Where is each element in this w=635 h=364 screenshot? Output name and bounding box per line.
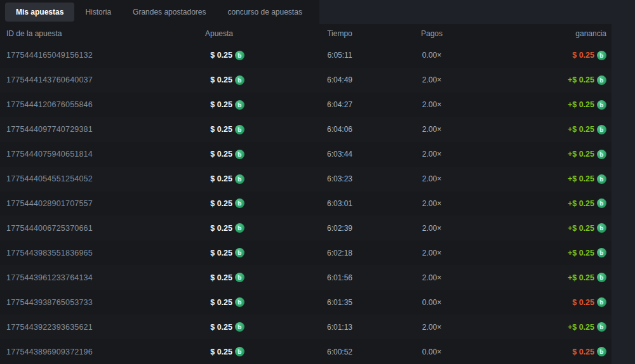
- bet-profit: +$ 0.25 b: [470, 100, 612, 110]
- table-row[interactable]: 1775444120676055846 $ 0.25 b 6:04:27 2.0…: [0, 93, 612, 117]
- bet-payout: 0.00×: [394, 348, 470, 356]
- bet-time: 6:01:13: [295, 323, 384, 332]
- bet-payout: 2.00×: [394, 249, 470, 257]
- column-header-payout: Pagos: [394, 29, 470, 38]
- bet-id: 1775443961233764134: [6, 273, 194, 282]
- bcd-coin-icon: b: [597, 75, 606, 85]
- column-header-profit: ganancia: [470, 29, 612, 38]
- bcd-coin-icon: b: [597, 198, 606, 208]
- bet-amount: $ 0.25 b: [194, 198, 244, 208]
- bet-time: 6:02:18: [295, 249, 384, 257]
- bet-profit: $ 0.25 b: [470, 347, 612, 356]
- bcd-coin-icon: b: [597, 248, 606, 257]
- bet-id: 1775444143760640037: [6, 75, 194, 84]
- table-row[interactable]: 1775443938765053733 $ 0.25 b 6:01:35 0.0…: [0, 290, 612, 315]
- bet-id: 1775443922393635621: [6, 323, 194, 332]
- bcd-coin-icon: b: [235, 198, 244, 208]
- bcd-coin-icon: b: [235, 125, 244, 134]
- tab-mis-apuestas[interactable]: Mis apuestas: [5, 3, 74, 22]
- bet-amount: $ 0.25 b: [194, 347, 244, 356]
- tab-historia[interactable]: Historia: [74, 3, 122, 22]
- bet-amount-value: $ 0.25: [210, 125, 232, 134]
- bcd-coin-icon: b: [597, 322, 606, 332]
- tab-grandes-apostadores[interactable]: Grandes apostadores: [122, 3, 217, 22]
- bet-amount: $ 0.25 b: [194, 125, 244, 134]
- bets-table: ID de la apuesta Apuesta Tiempo Pagos ga…: [0, 24, 612, 364]
- bet-payout: 2.00×: [394, 125, 470, 134]
- table-row[interactable]: 1775444097740729381 $ 0.25 b 6:04:06 2.0…: [0, 117, 612, 142]
- bet-profit: +$ 0.25 b: [470, 75, 612, 85]
- table-row[interactable]: 1775444165049156132 $ 0.25 b 6:05:11 0.0…: [0, 43, 612, 68]
- bet-id: 1775444165049156132: [6, 51, 194, 60]
- tabs-group: Mis apuestasHistoriaGrandes apostadoresc…: [0, 0, 319, 24]
- table-row[interactable]: 1775444075940651814 $ 0.25 b 6:03:44 2.0…: [0, 142, 612, 167]
- bet-id: 1775444097740729381: [6, 125, 194, 134]
- table-row[interactable]: 1775443983551836965 $ 0.25 b 6:02:18 2.0…: [0, 240, 612, 265]
- table-row[interactable]: 1775444028901707557 $ 0.25 b 6:03:01 2.0…: [0, 192, 612, 216]
- table-row[interactable]: 1775444006725370661 $ 0.25 b 6:02:39 2.0…: [0, 216, 612, 240]
- bet-profit-value: +$ 0.25: [568, 323, 594, 332]
- table-row[interactable]: 1775443922393635621 $ 0.25 b 6:01:13 2.0…: [0, 315, 612, 339]
- bcd-coin-icon: b: [597, 100, 606, 110]
- bet-profit-value: +$ 0.25: [568, 224, 594, 233]
- bet-id: 1775444120676055846: [6, 100, 194, 109]
- bet-id: 1775443938765053733: [6, 298, 194, 307]
- bet-profit: $ 0.25 b: [470, 51, 612, 60]
- table-row[interactable]: 1775444143760640037 $ 0.25 b 6:04:49 2.0…: [0, 68, 612, 93]
- bet-profit-value: $ 0.25: [572, 348, 594, 356]
- bet-profit: +$ 0.25 b: [470, 150, 612, 159]
- bet-profit: +$ 0.25 b: [470, 125, 612, 134]
- bet-profit-value: +$ 0.25: [568, 125, 594, 134]
- bet-amount-value: $ 0.25: [210, 298, 232, 307]
- bcd-coin-icon: b: [235, 223, 244, 233]
- bet-time: 6:04:27: [295, 100, 384, 109]
- bet-id: 1775444028901707557: [6, 199, 194, 208]
- column-header-time: Tiempo: [295, 29, 384, 38]
- bet-profit: $ 0.25 b: [470, 297, 612, 307]
- bet-amount: $ 0.25 b: [194, 100, 244, 110]
- bet-amount: $ 0.25 b: [194, 322, 244, 332]
- bet-payout: 2.00×: [394, 100, 470, 109]
- table-body: 1775444165049156132 $ 0.25 b 6:05:11 0.0…: [0, 43, 612, 364]
- table-row[interactable]: 1775443961233764134 $ 0.25 b 6:01:56 2.0…: [0, 265, 612, 290]
- bet-profit-value: +$ 0.25: [568, 75, 594, 84]
- bcd-coin-icon: b: [235, 297, 244, 307]
- table-row[interactable]: 1775443896909372196 $ 0.25 b 6:00:52 0.0…: [0, 339, 612, 364]
- bet-amount-value: $ 0.25: [210, 348, 232, 356]
- bet-amount-value: $ 0.25: [210, 249, 232, 257]
- bcd-coin-icon: b: [597, 125, 606, 134]
- bet-amount-value: $ 0.25: [210, 323, 232, 332]
- bet-id: 1775444075940651814: [6, 150, 194, 159]
- bet-amount-value: $ 0.25: [210, 224, 232, 233]
- bet-payout: 2.00×: [394, 224, 470, 233]
- tab-bar: Mis apuestasHistoriaGrandes apostadoresc…: [0, 0, 635, 24]
- bet-profit-value: +$ 0.25: [568, 150, 594, 159]
- bet-amount: $ 0.25 b: [194, 223, 244, 233]
- table-row[interactable]: 1775444054551254052 $ 0.25 b 6:03:23 2.0…: [0, 167, 612, 192]
- bet-time: 6:04:06: [295, 125, 384, 134]
- bet-time: 6:01:56: [295, 273, 384, 282]
- bet-time: 6:02:39: [295, 224, 384, 233]
- bet-profit-value: +$ 0.25: [568, 199, 594, 208]
- bet-payout: 2.00×: [394, 199, 470, 208]
- bcd-coin-icon: b: [235, 100, 244, 110]
- bet-time: 6:03:23: [295, 174, 384, 183]
- column-header-bet-id: ID de la apuesta: [6, 29, 194, 38]
- bet-amount-value: $ 0.25: [210, 150, 232, 159]
- bcd-coin-icon: b: [597, 223, 606, 233]
- bcd-coin-icon: b: [235, 150, 244, 159]
- bet-amount-value: $ 0.25: [210, 174, 232, 183]
- tab-concurso-de-apuestas[interactable]: concurso de apuestas: [217, 3, 312, 22]
- bet-amount-value: $ 0.25: [210, 100, 232, 109]
- bet-profit: +$ 0.25 b: [470, 273, 612, 282]
- bet-profit-value: +$ 0.25: [568, 273, 594, 282]
- bet-amount-value: $ 0.25: [210, 51, 232, 60]
- bet-amount-value: $ 0.25: [210, 199, 232, 208]
- bet-profit-value: $ 0.25: [572, 298, 594, 307]
- bet-profit: +$ 0.25 b: [470, 322, 612, 332]
- bcd-coin-icon: b: [597, 150, 606, 159]
- bet-id: 1775444006725370661: [6, 224, 194, 233]
- column-header-bet: Apuesta: [194, 29, 244, 38]
- bet-payout: 2.00×: [394, 273, 470, 282]
- bet-profit-value: +$ 0.25: [568, 249, 594, 257]
